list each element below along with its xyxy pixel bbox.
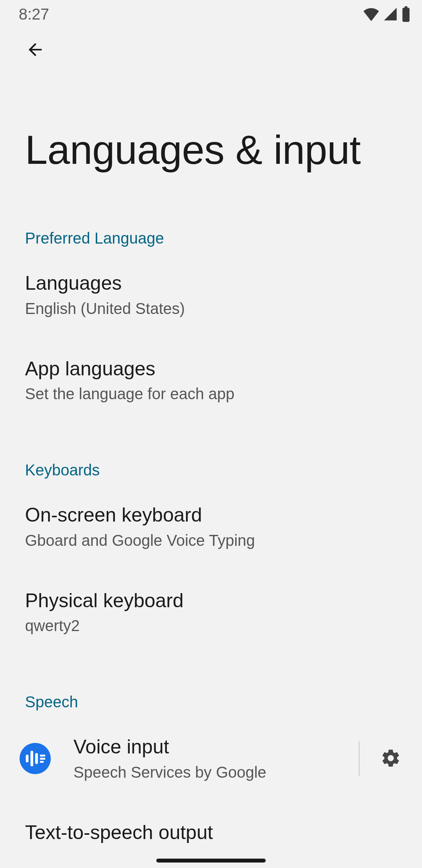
svg-rect-0 (402, 8, 409, 22)
row-title: App languages (25, 357, 397, 381)
toolbar (0, 28, 422, 72)
row-subtitle: English (United States) (25, 296, 397, 319)
row-title: On-screen keyboard (25, 503, 397, 527)
row-title: Voice input (73, 735, 343, 759)
row-subtitle: Set the language for each app (25, 381, 397, 404)
svg-rect-1 (404, 6, 407, 8)
svg-rect-7 (40, 758, 45, 760)
row-title: Languages (25, 271, 397, 296)
row-on-screen-keyboard[interactable]: On-screen keyboard Gboard and Google Voi… (0, 484, 422, 570)
status-right-icons (363, 6, 411, 22)
back-arrow-icon (25, 40, 45, 61)
row-text-to-speech[interactable]: Text-to-speech output (0, 802, 422, 864)
battery-icon (401, 6, 411, 22)
svg-rect-8 (40, 761, 44, 763)
gear-icon (380, 748, 401, 770)
wifi-icon (363, 7, 380, 21)
svg-rect-6 (40, 755, 45, 757)
row-languages[interactable]: Languages English (United States) (0, 252, 422, 338)
vertical-divider (359, 741, 359, 776)
section-header-label: Keyboards (25, 461, 100, 479)
cell-signal-icon (383, 7, 398, 21)
section-header-speech: Speech (0, 688, 422, 716)
page-header: Languages & input (0, 72, 422, 224)
svg-rect-3 (26, 755, 29, 762)
page-title: Languages & input (25, 127, 397, 173)
section-header-keyboards: Keyboards (0, 456, 422, 484)
voice-input-settings-button[interactable] (375, 743, 406, 774)
voice-assistant-icon (20, 743, 51, 774)
svg-rect-5 (35, 753, 38, 764)
row-title: Text-to-speech output (25, 820, 397, 845)
row-subtitle: Gboard and Google Voice Typing (25, 527, 397, 551)
status-bar: 8:27 (0, 0, 422, 28)
row-subtitle: qwerty2 (25, 613, 397, 636)
section-header-label: Speech (25, 693, 78, 711)
row-subtitle: Speech Services by Google (73, 759, 343, 783)
section-header-preferred-language: Preferred Language (0, 224, 422, 252)
row-physical-keyboard[interactable]: Physical keyboard qwerty2 (0, 570, 422, 655)
row-voice-input[interactable]: Voice input Speech Services by Google (0, 716, 422, 802)
row-app-languages[interactable]: App languages Set the language for each … (0, 338, 422, 423)
svg-rect-4 (30, 751, 33, 766)
row-title: Physical keyboard (25, 588, 397, 613)
status-time: 8:27 (19, 5, 49, 23)
gesture-nav-handle[interactable] (156, 859, 266, 863)
section-header-label: Preferred Language (25, 230, 164, 247)
back-button[interactable] (21, 36, 49, 64)
